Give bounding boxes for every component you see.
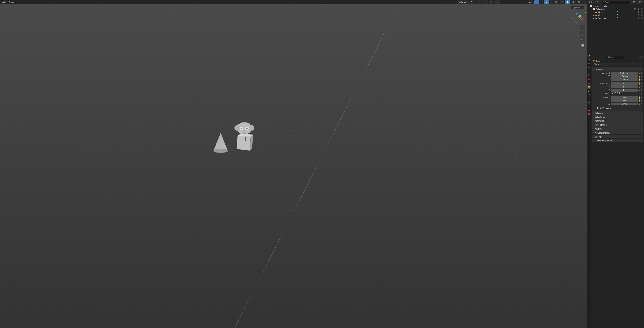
keyframe-dot[interactable] [641,86,642,87]
location-y-input[interactable]: -1.6436 m [611,75,638,78]
grip-icon[interactable]: ⋮⋮ [638,123,642,126]
visibility-panel-header[interactable]: ▸Visibility⋮⋮ [592,127,643,130]
disable-toggle[interactable]: 📷 [640,11,643,14]
snap-toggle[interactable] [476,1,481,4]
lineart-panel-header[interactable]: ▸Line Art⋮⋮ [592,135,643,138]
outliner-search[interactable] [602,1,630,4]
add-menu[interactable]: Add [1,1,8,4]
grip-icon[interactable]: ⋮⋮ [638,135,642,138]
modifier-tab[interactable] [587,89,591,92]
proportional-falloff-dropdown[interactable] [494,1,500,4]
texture-tab[interactable] [587,112,591,116]
outliner-display-mode-dropdown[interactable] [588,1,594,4]
lock-icon[interactable]: 🔓 [638,82,640,85]
overlay-toggle[interactable] [544,1,549,4]
shading-wireframe[interactable] [560,1,564,4]
object-menu[interactable]: Object [8,1,16,4]
outliner-search-input[interactable] [605,1,629,3]
rotation-z-input[interactable]: 0° [611,89,638,92]
chevron-down-icon[interactable]: ▾ [590,8,592,10]
scene-collection-row[interactable]: Scene Collection [587,5,644,8]
keyframe-dot[interactable] [641,79,642,80]
zoom-control[interactable] [580,25,585,30]
collection-tab[interactable] [587,81,591,85]
orientation-dropdown[interactable]: Global [456,1,468,4]
object-name-field[interactable]: Cone [592,63,642,66]
motion-paths-panel-header[interactable]: ▸Motion Paths⋮⋮ [592,123,643,126]
collection-row[interactable]: ▾ Collection ☑ 👁 📷 [587,8,644,11]
pivot-dropdown[interactable] [469,1,475,4]
cube-row[interactable]: ▸ Cube 👁 📷 [587,14,644,17]
hide-toggle[interactable]: 👁 [637,8,640,11]
viewport-display-panel-header[interactable]: ▸Viewport Display⋮⋮ [592,131,643,134]
collections-panel-header[interactable]: ▸Collections⋮⋮ [592,115,643,119]
grip-icon[interactable]: ⋮⋮ [638,131,642,134]
lock-icon[interactable]: 🔓 [638,86,640,88]
keyframe-dot[interactable] [641,83,642,84]
lock-icon[interactable]: 🔓 [638,99,640,102]
particle-tab[interactable] [587,92,591,96]
camera-view-control[interactable] [580,37,585,42]
hide-toggle[interactable]: 👁 [637,14,640,17]
properties-editor-type-dropdown[interactable] [587,54,591,58]
disable-toggle[interactable]: 📷 [640,17,643,20]
world-tab[interactable] [587,77,591,81]
outliner-filter-dropdown[interactable] [631,1,637,4]
lock-icon[interactable]: 🔓 [638,75,640,78]
scale-x-input[interactable]: 1.000 [611,96,638,99]
axis-x-handle[interactable]: X [580,17,583,20]
keyframe-dot[interactable] [641,93,642,94]
rotation-x-input[interactable]: 0° [611,82,638,85]
disable-toggle[interactable]: 📷 [640,14,643,17]
lock-icon[interactable]: 🔓 [638,72,640,74]
output-tab[interactable] [587,65,591,69]
viewlayer-tab[interactable] [587,69,591,73]
properties-search[interactable] [606,56,624,59]
axis-y-handle[interactable]: Y [578,15,581,18]
shading-dropdown[interactable] [582,1,586,4]
transform-panel-header[interactable]: ▾ Transform ⋮⋮ [592,67,643,71]
viewport-options-dropdown[interactable]: Options [571,6,584,9]
scale-y-input[interactable]: 1.000 [611,99,638,102]
shading-rendered[interactable] [576,1,582,4]
instancing-panel-header[interactable]: ▸Instancing⋮⋮ [592,119,643,123]
shading-material[interactable] [571,1,576,4]
material-tab[interactable] [587,108,591,112]
keyframe-dot[interactable] [641,97,642,98]
physics-tab[interactable] [587,96,591,100]
grip-icon[interactable]: ⋮⋮ [638,68,642,70]
snap-dropdown[interactable] [482,1,488,4]
navigation-gizmo[interactable]: Z Y X [572,13,583,24]
keyframe-dot[interactable] [641,103,642,104]
lock-icon[interactable]: 🔓 [638,89,640,91]
grip-icon[interactable]: ⋮⋮ [638,119,642,122]
chevron-right-icon[interactable]: ▸ [593,18,595,19]
gizmo-dropdown[interactable] [540,1,543,4]
location-z-input[interactable]: -0.085046 m [611,78,638,81]
object-tab[interactable] [587,85,591,89]
axis-neg-z-handle[interactable] [576,21,578,24]
lock-icon[interactable]: 🔓 [638,103,640,105]
xray-toggle[interactable] [554,1,559,4]
cone-mesh[interactable] [211,132,230,155]
keyframe-dot[interactable] [641,76,642,77]
hide-toggle[interactable]: 👁 [637,11,640,14]
rotation-y-input[interactable]: 0° [611,85,638,88]
data-tab[interactable] [587,104,591,108]
hide-toggle[interactable]: 👁 [637,17,640,20]
keyframe-dot[interactable] [641,100,642,101]
scene-tab[interactable] [587,73,591,77]
3d-viewport[interactable]: Options ◂ Z Y X [0,4,587,328]
grip-icon[interactable]: ⋮⋮ [638,112,642,114]
grip-icon[interactable]: ⋮⋮ [638,139,642,142]
chevron-right-icon[interactable]: ▸ [593,14,595,16]
proportional-edit-toggle[interactable] [488,1,494,4]
lock-icon[interactable]: 🔓 [638,78,640,81]
visibility-dropdown[interactable] [528,1,534,4]
delta-transform-header[interactable]: ▸ Delta Transform [593,106,642,110]
perspective-toggle[interactable] [580,43,585,48]
custom-properties-panel-header[interactable]: ▸Custom Properties⋮⋮ [592,139,643,142]
exclude-toggle[interactable]: ☑ [634,8,636,11]
keyframe-dot[interactable] [641,89,642,91]
rotation-mode-dropdown[interactable]: XYZ Euler [611,92,638,95]
